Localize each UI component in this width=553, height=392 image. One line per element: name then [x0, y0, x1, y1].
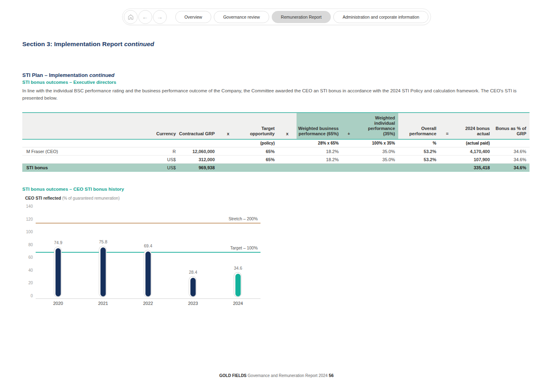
- sti-paragraph: In line with the individual BSC performa…: [22, 87, 528, 102]
- sti-history-chart-section: STI bonus outcomes – CEO STI bonus histo…: [22, 187, 282, 312]
- bar-value-label: 75.8: [91, 239, 115, 244]
- sti-bonus-table: Currency Contractual GRP x Target opport…: [22, 112, 530, 172]
- col-header-name: [22, 113, 122, 139]
- x-axis-label: 2021: [91, 301, 115, 306]
- forward-button[interactable]: →: [153, 10, 167, 24]
- col-header-bonus-pct-grp: Bonus as % of GRP: [493, 113, 530, 139]
- footer-page-number: 56: [329, 373, 333, 378]
- tab-governance-review[interactable]: Governance review: [214, 11, 269, 23]
- home-button[interactable]: [124, 10, 137, 24]
- tab-overview[interactable]: Overview: [175, 11, 211, 23]
- table-subheader-row: (policy) 28% x 65% 100% x 35% % (actual …: [22, 139, 530, 147]
- sti-bonus-table-wrap: Currency Contractual GRP x Target opport…: [22, 112, 530, 172]
- sti-bonus-subheading: STI bonus outcomes – Executive directors: [22, 80, 529, 85]
- bar: [235, 274, 241, 296]
- col-header-2024-bonus: 2024 bonus actual: [455, 113, 493, 139]
- col-header-weighted-business: Weighted business performance (65%): [297, 113, 342, 139]
- subheader-individual-calc: 100% x 35%: [356, 139, 398, 147]
- y-axis-tick: 40: [22, 268, 33, 273]
- home-icon: [127, 14, 134, 20]
- bar: [56, 248, 61, 296]
- x-axis-label: 2020: [46, 301, 70, 306]
- y-axis-tick: 80: [22, 243, 33, 247]
- sti-history-bar-chart: 020406080100120140Stretch – 200%Target –…: [22, 187, 282, 312]
- bar-value-label: 69.4: [136, 243, 160, 248]
- reference-line-label: Stretch – 200%: [36, 216, 258, 221]
- top-navigation-bar: ← → Overview Governance review Remunerat…: [122, 9, 431, 25]
- y-axis-tick: 120: [22, 217, 33, 222]
- bar-value-label: 28.4: [181, 270, 205, 275]
- col-header-currency: Currency: [122, 113, 179, 139]
- table-header-row: Currency Contractual GRP x Target opport…: [22, 113, 530, 139]
- col-header-target-opportunity: Target opportunity: [238, 113, 278, 139]
- page-title: Section 3: Implementation Report continu…: [22, 40, 154, 48]
- arrow-right-icon: →: [157, 13, 163, 20]
- x-axis-line: [36, 298, 260, 299]
- arrow-left-icon: ←: [142, 13, 148, 20]
- back-button[interactable]: ←: [138, 10, 152, 24]
- subheader-actual-paid: (actual paid): [455, 139, 493, 147]
- reference-line: [36, 223, 260, 224]
- y-axis-tick: 60: [22, 255, 33, 260]
- subheader-business-calc: 28% x 65%: [297, 139, 342, 147]
- sti-plan-section: STI Plan – Implementation continued STI …: [22, 72, 529, 102]
- bar-value-label: 74.9: [46, 240, 70, 245]
- tab-administration-info[interactable]: Administration and corporate information: [333, 11, 429, 23]
- subheader-policy: (policy): [238, 139, 278, 147]
- table-row-m-fraser-usd: US$ 312,000 65% 18.2% 35.0% 53.2% 107,90…: [22, 156, 530, 164]
- footer-brand: GOLD FIELDS: [219, 373, 246, 378]
- col-header-weighted-individual: Weighted individual performance (35%): [356, 113, 398, 139]
- y-axis-tick: 0: [22, 294, 33, 298]
- col-header-contractual-grp: Contractual GRP: [179, 113, 218, 139]
- col-header-multiply-1: x: [218, 113, 238, 139]
- subheader-percent: %: [398, 139, 440, 147]
- page-footer: GOLD FIELDS Governance and Remuneration …: [0, 373, 553, 378]
- col-header-overall-performance: Overall performance: [398, 113, 440, 139]
- sti-plan-heading: STI Plan – Implementation continued: [22, 72, 529, 78]
- col-header-plus: +: [342, 113, 356, 139]
- bar: [145, 251, 151, 296]
- y-axis-tick: 100: [22, 230, 33, 234]
- bar: [100, 247, 106, 296]
- table-row-sti-bonus-total: STI bonus US$ 969,938 335,418 34.6%: [22, 164, 530, 172]
- y-axis-tick: 20: [22, 281, 33, 285]
- x-axis-label: 2023: [181, 301, 205, 306]
- footer-report-title: Governance and Remuneration Report 2024: [247, 373, 329, 378]
- bar-value-label: 34.6: [226, 266, 250, 271]
- col-header-multiply-2: x: [278, 113, 297, 139]
- tab-remuneration-report[interactable]: Remuneration Report: [271, 11, 331, 23]
- y-axis-tick: 140: [22, 204, 33, 209]
- bar: [190, 278, 196, 296]
- table-row-m-fraser-rand: M Fraser (CEO) R 12,060,000 65% 18.2% 35…: [22, 147, 530, 156]
- x-axis-label: 2024: [226, 301, 250, 306]
- col-header-equals: =: [440, 113, 455, 139]
- x-axis-label: 2022: [136, 301, 160, 306]
